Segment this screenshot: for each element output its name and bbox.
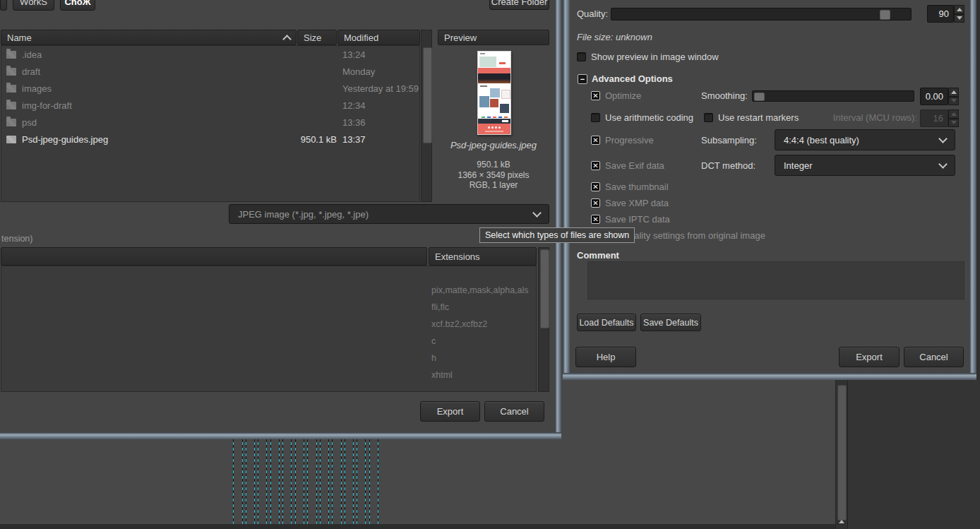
restart-markers-checkbox[interactable] bbox=[704, 113, 713, 122]
guide-line[interactable] bbox=[282, 439, 283, 524]
export-button[interactable]: Export bbox=[420, 401, 480, 422]
smoothing-spinbox[interactable]: 0.00 bbox=[920, 88, 948, 105]
save-iptc-checkbox[interactable] bbox=[591, 215, 600, 224]
guide-line[interactable] bbox=[233, 439, 234, 524]
expander-open-icon[interactable] bbox=[578, 74, 587, 84]
file-modified: 13:37 bbox=[342, 134, 366, 145]
dct-method-label: DCT method: bbox=[701, 160, 755, 171]
arithmetic-coding-checkbox[interactable] bbox=[591, 113, 600, 122]
extension-cell[interactable]: c bbox=[431, 333, 534, 350]
guide-line[interactable] bbox=[369, 439, 370, 524]
guide-line[interactable] bbox=[307, 439, 308, 524]
extension-cell[interactable]: h bbox=[431, 350, 534, 367]
quality-slider[interactable] bbox=[611, 8, 912, 20]
filetype-dropdown-value: JPEG image (*.jpg, *.jpeg, *.jpe) bbox=[238, 209, 369, 220]
create-folder-button[interactable]: Create Folder bbox=[489, 0, 549, 10]
file-name: .idea bbox=[22, 49, 42, 60]
spin-up-icon[interactable] bbox=[948, 88, 959, 97]
scrollbar-thumb[interactable] bbox=[423, 47, 432, 143]
scrollbar-thumb[interactable] bbox=[837, 385, 847, 521]
file-row-selected[interactable]: Psd-jpeg-guides.jpeg 950.1 kB 13:37 bbox=[1, 131, 420, 148]
guide-line[interactable] bbox=[316, 439, 317, 524]
canvas-vertical-scrollbar[interactable] bbox=[835, 380, 847, 529]
path-button-partial[interactable] bbox=[0, 0, 7, 11]
guide-line[interactable] bbox=[295, 439, 296, 524]
file-name: draft bbox=[22, 66, 40, 77]
spin-down-icon[interactable] bbox=[948, 97, 959, 106]
quality-spin-buttons[interactable] bbox=[954, 5, 964, 23]
spin-up-icon[interactable] bbox=[954, 5, 964, 14]
subsampling-value: 4:4:4 (best quality) bbox=[784, 135, 859, 145]
guide-line[interactable] bbox=[357, 439, 357, 524]
window-border-right bbox=[969, 0, 976, 380]
scrollbar-arrow-icon[interactable] bbox=[839, 520, 844, 523]
guide-line[interactable] bbox=[345, 439, 345, 524]
file-row[interactable]: img-for-draft 12:34 bbox=[1, 97, 420, 114]
extension-cell[interactable]: xhtml bbox=[431, 367, 534, 384]
guide-line[interactable] bbox=[353, 439, 354, 524]
guide-line[interactable] bbox=[304, 439, 304, 524]
extensions-column-header[interactable]: Extensions bbox=[429, 247, 537, 266]
load-defaults-button[interactable]: Load Defaults bbox=[577, 314, 636, 331]
spin-down-icon[interactable] bbox=[954, 14, 964, 23]
column-header-modified[interactable]: Modified bbox=[337, 30, 420, 45]
guide-line[interactable] bbox=[254, 439, 255, 524]
dct-method-dropdown[interactable]: Integer bbox=[775, 155, 955, 176]
export-button-label: Export bbox=[437, 406, 464, 417]
help-button[interactable]: Help bbox=[575, 347, 636, 367]
export-button[interactable]: Export bbox=[839, 347, 900, 367]
comment-textarea[interactable] bbox=[587, 261, 964, 299]
guide-line[interactable] bbox=[266, 439, 267, 524]
guide-line[interactable] bbox=[279, 439, 280, 524]
guide-line[interactable] bbox=[365, 439, 366, 524]
extension-cell[interactable]: xcf.bz2,xcfbz2 bbox=[431, 316, 534, 333]
file-row[interactable]: draft Monday bbox=[1, 64, 420, 81]
path-button-chozh[interactable]: ChoЖ bbox=[60, 0, 95, 11]
save-defaults-button[interactable]: Save Defaults bbox=[640, 314, 701, 331]
extension-cell[interactable]: pix,matte,mask,alpha,als bbox=[431, 282, 534, 299]
cancel-button[interactable]: Cancel bbox=[904, 347, 964, 367]
guide-line[interactable] bbox=[332, 439, 333, 524]
guide-line[interactable] bbox=[378, 439, 378, 524]
save-thumbnail-checkbox[interactable] bbox=[591, 182, 600, 191]
extension-cell[interactable]: fli,flc bbox=[431, 299, 534, 316]
smoothing-value: 0.00 bbox=[926, 91, 943, 102]
guide-line[interactable] bbox=[291, 439, 292, 524]
save-thumbnail-label: Save thumbnail bbox=[605, 182, 669, 192]
guide-line[interactable] bbox=[320, 439, 321, 524]
file-row[interactable]: images Yesterday at 19:59 bbox=[1, 81, 420, 97]
advanced-options-label[interactable]: Advanced Options bbox=[592, 73, 673, 84]
filetype-dropdown[interactable]: JPEG image (*.jpg, *.jpeg, *.jpe) bbox=[229, 204, 549, 224]
optimize-checkbox[interactable] bbox=[591, 91, 600, 100]
slider-handle[interactable] bbox=[880, 10, 890, 20]
guide-line[interactable] bbox=[242, 439, 243, 524]
preview-filename: Psd-jpeg-guides.jpeg bbox=[438, 140, 549, 150]
slider-handle[interactable] bbox=[754, 93, 765, 101]
path-button-works[interactable]: WorkS bbox=[13, 0, 54, 11]
folder-icon bbox=[6, 102, 16, 109]
format-list-scrollbar[interactable] bbox=[538, 247, 549, 392]
guide-line[interactable] bbox=[258, 439, 258, 524]
scrollbar-thumb[interactable] bbox=[540, 249, 549, 328]
file-list-scrollbar[interactable] bbox=[421, 30, 432, 202]
save-xmp-checkbox[interactable] bbox=[591, 198, 600, 208]
subsampling-dropdown[interactable]: 4:4:4 (best quality) bbox=[775, 129, 955, 150]
progressive-checkbox[interactable] bbox=[591, 136, 600, 145]
file-row[interactable]: psd 13:36 bbox=[1, 114, 420, 131]
cancel-button[interactable]: Cancel bbox=[484, 401, 544, 422]
quality-spinbox[interactable]: 90 bbox=[927, 5, 954, 23]
guide-line[interactable] bbox=[328, 439, 329, 524]
smoothing-slider[interactable] bbox=[752, 90, 914, 102]
format-column-header[interactable] bbox=[1, 247, 427, 266]
column-header-name[interactable]: Name bbox=[1, 30, 297, 45]
show-preview-checkbox[interactable] bbox=[577, 52, 586, 61]
guide-line[interactable] bbox=[270, 439, 271, 524]
smoothing-spin-buttons[interactable] bbox=[948, 88, 959, 105]
file-row[interactable]: .idea 13:24 bbox=[1, 47, 420, 64]
path-button-label: WorkS bbox=[20, 0, 47, 7]
column-header-size[interactable]: Size bbox=[297, 30, 337, 45]
guide-line[interactable] bbox=[341, 439, 342, 524]
guide-line[interactable] bbox=[246, 439, 246, 524]
jpeg-export-dialog: Quality: 90 File size: unknown Show prev… bbox=[563, 0, 976, 380]
save-exif-checkbox[interactable] bbox=[591, 161, 600, 170]
